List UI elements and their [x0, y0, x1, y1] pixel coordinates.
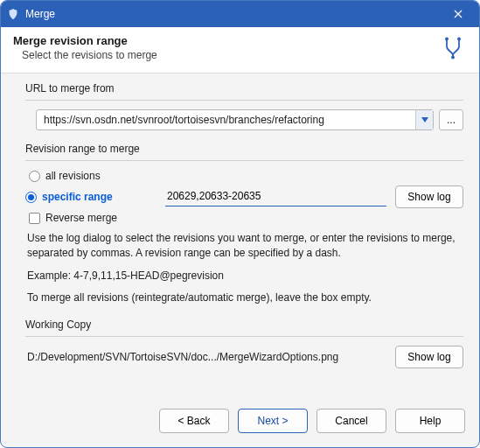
help-text-3: To merge all revisions (reintegrate/auto…	[27, 290, 462, 305]
close-icon	[454, 10, 463, 18]
help-text-2: Example: 4-7,9,11,15-HEAD@pegrevision	[27, 269, 462, 284]
close-button[interactable]	[442, 1, 474, 27]
radio-icon-selected	[25, 192, 37, 203]
svg-point-2	[451, 56, 455, 60]
cancel-button[interactable]: Cancel	[317, 409, 386, 433]
url-combobox[interactable]: https://svn.osdn.net/svnroot/tortoisesvn…	[36, 109, 434, 130]
merge-icon	[439, 34, 467, 62]
browse-button[interactable]: ...	[439, 109, 463, 130]
show-log-wc-button[interactable]: Show log	[395, 346, 463, 368]
back-button[interactable]: < Back	[159, 409, 229, 433]
help-button[interactable]: Help	[395, 409, 465, 433]
radio-specific-label: specific range	[42, 191, 113, 203]
working-copy-path: D:/Development/SVN/TortoiseSVN/doc.../Me…	[27, 347, 386, 367]
help-text-1: Use the log dialog to select the revisio…	[27, 231, 462, 262]
reverse-merge-checkbox[interactable]: Reverse merge	[29, 212, 463, 224]
app-icon	[6, 7, 20, 21]
page-title: Merge revision range	[13, 34, 439, 47]
svg-point-1	[457, 38, 461, 41]
checkbox-icon	[29, 213, 40, 224]
revision-range-input[interactable]	[165, 187, 386, 206]
radio-all-revisions[interactable]: all revisions	[29, 170, 463, 182]
radio-icon	[29, 171, 40, 182]
url-value: https://svn.osdn.net/svnroot/tortoisesvn…	[37, 114, 415, 126]
window-title: Merge	[25, 8, 442, 20]
url-group-label: URL to merge from	[25, 82, 463, 94]
next-button[interactable]: Next >	[238, 409, 308, 433]
svg-point-0	[445, 38, 449, 41]
range-group-label: Revision range to merge	[25, 143, 463, 155]
url-dropdown-button[interactable]	[415, 110, 433, 130]
wizard-header: Merge revision range Select the revision…	[1, 27, 479, 74]
radio-specific-range[interactable]: specific range	[25, 191, 157, 203]
wizard-footer: < Back Next > Cancel Help	[1, 398, 479, 447]
chevron-down-icon	[421, 117, 428, 122]
reverse-merge-label: Reverse merge	[45, 212, 117, 224]
browse-label: ...	[447, 114, 456, 126]
page-subtitle: Select the revisions to merge	[22, 49, 439, 61]
show-log-revisions-button[interactable]: Show log	[395, 186, 463, 208]
wc-group-label: Working Copy	[25, 318, 463, 331]
titlebar: Merge	[1, 1, 479, 27]
radio-all-label: all revisions	[45, 170, 101, 182]
